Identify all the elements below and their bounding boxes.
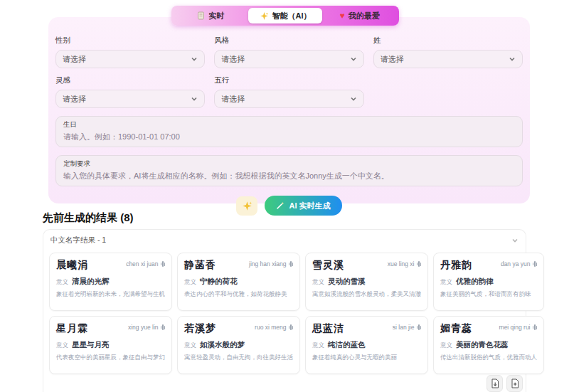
name-card[interactable]: 丹雅韵 dan ya yun 意义 优雅的韵律 象征美丽的气质，和谐而富有韵味 xyxy=(433,253,544,311)
export-document-download-button[interactable] xyxy=(486,375,503,392)
name-card[interactable]: 雪灵溪 xue ling xi 意义 灵动的雪溪 寓意如溪流般的雪水般灵动，柔美… xyxy=(305,253,428,311)
chevron-down-icon xyxy=(350,95,357,102)
birthday-input[interactable] xyxy=(63,131,515,141)
field-surname: 姓 请选择 xyxy=(373,36,523,68)
card-name: 丹雅韵 xyxy=(440,259,472,272)
tab-ai-label: 智能（AI） xyxy=(272,11,312,21)
chevron-down-icon xyxy=(350,55,357,63)
app-root: 实时 智能（AI） ♥ 我的最爱 性别 请选择 xyxy=(0,0,569,392)
meaning-label: 意义 xyxy=(56,341,68,350)
surname-select[interactable]: 请选择 xyxy=(373,50,523,68)
audio-waveform-icon[interactable] xyxy=(533,261,538,267)
requirements-box: 定制要求 xyxy=(55,155,523,186)
mode-tabbar: 实时 智能（AI） ♥ 我的最爱 xyxy=(171,6,399,26)
card-name: 星月霖 xyxy=(56,322,88,335)
sparkle-icon xyxy=(242,201,252,211)
inspiration-select[interactable]: 请选择 xyxy=(55,90,205,108)
card-description: 象征着光明崭新的未来，充满希望与生机 xyxy=(56,290,165,299)
name-card[interactable]: 媚青蕊 mei qing rui 意义 美丽的青色花蕊 传达出清新脱俗的气质，优… xyxy=(433,316,544,374)
generate-button-label: AI 实时生成 xyxy=(289,201,330,211)
meaning-label: 意义 xyxy=(440,341,452,350)
inspiration-select-value: 请选择 xyxy=(63,94,86,105)
name-card[interactable]: 思蓝洁 si lan jie 意义 纯洁的蓝色 象征着纯真的心灵与无暇的美丽 xyxy=(305,316,428,374)
style-select[interactable]: 请选择 xyxy=(214,50,363,68)
wuxing-select-value: 请选择 xyxy=(221,94,245,105)
birthday-box: 生日 xyxy=(55,116,523,147)
tab-realtime[interactable]: 实时 xyxy=(174,8,248,23)
meaning-label: 意义 xyxy=(56,278,68,287)
heart-icon: ♥ xyxy=(340,11,345,20)
export-document-add-button[interactable] xyxy=(506,375,523,392)
meaning-text: 纯洁的蓝色 xyxy=(328,340,366,350)
card-pinyin: mei qing rui xyxy=(499,324,531,331)
sparkle-icon xyxy=(260,11,269,21)
meaning-label: 意义 xyxy=(184,341,196,350)
meaning-label: 意义 xyxy=(184,278,196,287)
gender-select[interactable]: 请选择 xyxy=(55,50,205,68)
field-gender: 性别 请选择 xyxy=(55,36,205,68)
wuxing-label: 五行 xyxy=(214,75,363,85)
surname-select-value: 请选择 xyxy=(381,54,404,65)
inspiration-label: 灵感 xyxy=(55,75,205,85)
tab-favorites-label: 我的最爱 xyxy=(349,11,380,21)
chevron-down-icon xyxy=(191,55,198,63)
meaning-label: 意义 xyxy=(312,341,324,350)
results-heading: 先前生成的结果 (8) xyxy=(43,211,134,225)
card-pinyin: chen xi juan xyxy=(126,260,158,267)
card-name: 晨曦涓 xyxy=(56,259,88,272)
name-card[interactable]: 星月霖 xing yue lin 意义 星星与月亮 代表夜空中的美丽星辰，象征自… xyxy=(49,316,172,374)
card-pinyin: si lan jie xyxy=(393,324,415,331)
results-group-header[interactable]: 中文名字结果 - 1 xyxy=(43,230,526,248)
card-name: 媚青蕊 xyxy=(440,322,472,335)
style-label: 风格 xyxy=(214,36,363,46)
card-description: 表达内心的平和与优雅，如荷花般静美 xyxy=(184,290,293,299)
audio-waveform-icon[interactable] xyxy=(417,324,422,330)
card-name: 思蓝洁 xyxy=(312,322,344,335)
meaning-text: 宁静的荷花 xyxy=(200,277,238,287)
audio-waveform-icon[interactable] xyxy=(533,324,538,330)
sparkle-button[interactable] xyxy=(236,196,257,216)
card-description: 象征美丽的气质，和谐而富有韵味 xyxy=(440,290,537,299)
meaning-text: 灵动的雪溪 xyxy=(328,277,366,287)
results-box: 中文名字结果 - 1 晨曦涓 chen xi juan 意义 清晨的光辉 象征着… xyxy=(43,229,526,392)
card-description: 象征着纯真的心灵与无暇的美丽 xyxy=(312,354,421,362)
card-pinyin: ruo xi meng xyxy=(255,324,286,331)
audio-waveform-icon[interactable] xyxy=(161,261,166,267)
name-cards-grid: 晨曦涓 chen xi juan 意义 清晨的光辉 象征着光明崭新的未来，充满希… xyxy=(49,253,520,374)
generate-button[interactable]: AI 实时生成 xyxy=(265,196,341,216)
audio-waveform-icon[interactable] xyxy=(161,324,166,330)
requirements-input[interactable] xyxy=(63,170,515,180)
audio-waveform-icon[interactable] xyxy=(289,324,294,330)
name-card[interactable]: 静菡香 jing han xiang 意义 宁静的荷花 表达内心的平和与优雅，如… xyxy=(177,253,300,311)
chevron-down-icon xyxy=(509,55,516,63)
meaning-label: 意义 xyxy=(440,278,452,287)
card-pinyin: xue ling xi xyxy=(388,260,415,267)
requirements-label: 定制要求 xyxy=(63,159,515,169)
audio-waveform-icon[interactable] xyxy=(289,261,294,267)
gender-select-value: 请选择 xyxy=(63,54,86,65)
card-pinyin: dan ya yun xyxy=(501,260,531,267)
chevron-down-icon xyxy=(191,95,198,102)
name-card[interactable]: 若溪梦 ruo xi meng 意义 如溪水般的梦 寓意轻盈灵动，自由无拘，向往… xyxy=(177,316,300,374)
meaning-text: 优雅的韵律 xyxy=(456,277,494,287)
form-row-2: 灵感 请选择 五行 请选择 xyxy=(55,75,523,108)
field-style: 风格 请选择 xyxy=(214,36,363,68)
document-add-icon xyxy=(511,378,519,388)
magic-wand-icon xyxy=(276,201,284,210)
birthday-label: 生日 xyxy=(63,120,515,129)
card-description: 寓意轻盈灵动，自由无拘，向往美好生活 xyxy=(184,354,293,362)
surname-label: 姓 xyxy=(373,36,523,46)
form-row-1: 性别 请选择 风格 请选择 姓 请选择 xyxy=(55,36,523,68)
field-wuxing: 五行 请选择 xyxy=(214,75,363,108)
field-inspiration: 灵感 请选择 xyxy=(55,75,205,108)
meaning-text: 清晨的光辉 xyxy=(72,277,110,287)
card-name: 若溪梦 xyxy=(184,322,216,335)
wuxing-select[interactable]: 请选择 xyxy=(214,90,363,108)
audio-waveform-icon[interactable] xyxy=(417,261,422,267)
tab-ai[interactable]: 智能（AI） xyxy=(248,8,323,23)
tab-favorites[interactable]: ♥ 我的最爱 xyxy=(322,8,397,23)
chevron-down-icon xyxy=(511,237,519,244)
card-name: 静菡香 xyxy=(184,259,216,272)
gender-label: 性别 xyxy=(55,36,205,46)
name-card[interactable]: 晨曦涓 chen xi juan 意义 清晨的光辉 象征着光明崭新的未来，充满希… xyxy=(49,253,172,311)
